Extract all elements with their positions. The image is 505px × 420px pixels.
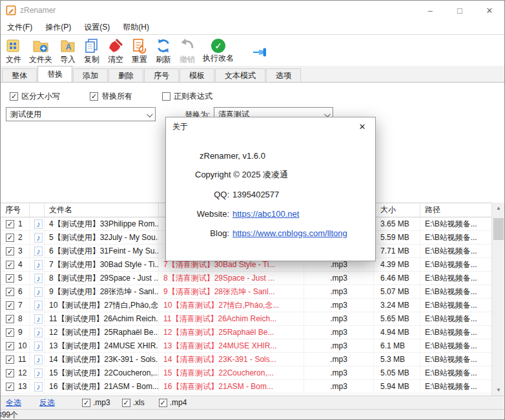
row-new-filename: 14【清喜测试】23K-391 - Sols...	[159, 353, 304, 366]
row-path: E:\B站视频备...	[420, 366, 493, 379]
minimize-button[interactable]: –	[415, 1, 445, 20]
select-all-link[interactable]: 全选	[6, 397, 21, 408]
table-row[interactable]: ✓ 12 ♪ 15【测试使用】22Coucheron,... 15【清喜测试】2…	[1, 366, 504, 380]
row-size: 3.24 MB	[374, 299, 420, 312]
row-checkbox[interactable]: ✓	[6, 274, 14, 283]
replace-all-checkbox[interactable]: ✓ 替换所有	[90, 91, 132, 102]
reset-button[interactable]: 重置	[128, 37, 151, 66]
menu-file[interactable]: 文件(F)	[1, 20, 39, 34]
table-row[interactable]: ✓ 9 ♪ 12【测试使用】25Raphaël Be... 12【清喜测试】25…	[1, 326, 504, 339]
row-path: E:\B站视频备...	[420, 258, 493, 271]
tab-delete[interactable]: 删除	[108, 68, 143, 82]
about-blog-link[interactable]: https://www.cnblogs.com/lltong	[232, 228, 347, 238]
filter-mp3-checkbox[interactable]: ✓ .mp3	[82, 398, 110, 407]
row-index: 8	[18, 314, 23, 323]
row-path: E:\B站视频备...	[420, 353, 493, 366]
row-checkbox[interactable]: ✓	[6, 220, 14, 228]
case-sensitive-checkbox[interactable]: ✓ 区分大小写	[10, 91, 60, 102]
row-checkbox[interactable]: ✓	[6, 315, 14, 323]
close-button[interactable]: ✕	[475, 1, 504, 20]
table-row[interactable]: ✓ 10 ♪ 13【测试使用】24MUSE XHIR... 13【清喜测试】24…	[1, 339, 504, 353]
refresh-button[interactable]: 刷新	[152, 37, 175, 66]
column-header-size[interactable]: 大小	[374, 203, 420, 217]
table-row[interactable]: ✓ 8 ♪ 11【测试使用】26Achim Reich... 11【清喜测试】2…	[1, 312, 504, 326]
tab-whole[interactable]: 整体	[2, 68, 37, 82]
regex-checkbox[interactable]: ✓ 正则表达式	[162, 91, 212, 102]
music-file-icon: ♪	[34, 260, 43, 270]
reset-icon	[131, 37, 148, 54]
table-row[interactable]: ✓ 7 ♪ 10【测试使用】27情白,Pháo,念... 10【清喜测试】27情…	[1, 299, 504, 312]
import-button[interactable]: A 导入	[56, 37, 79, 66]
row-extension: .mp3	[304, 366, 374, 379]
row-checkbox[interactable]: ✓	[6, 288, 14, 296]
scrollbar-thumb[interactable]	[493, 218, 504, 240]
row-extension: .mp3	[304, 299, 374, 312]
row-filename: 8【测试使用】29Space - Just ...	[45, 272, 159, 285]
toolbar: 文件 文件夹 A 导入 复制 清空 重置 刷新 撤销	[1, 35, 504, 66]
row-checkbox[interactable]: ✓	[6, 369, 14, 377]
music-file-icon: ♪	[34, 233, 43, 243]
row-extension: .mp3	[304, 272, 374, 285]
vertical-scrollbar[interactable]: ▲ ▼	[491, 203, 504, 395]
row-extension: .mp3	[304, 285, 374, 298]
pin-icon[interactable]	[252, 46, 270, 61]
column-header-filename[interactable]: 文件名	[45, 203, 159, 217]
table-row[interactable]: ✓ 5 ♪ 8【测试使用】29Space - Just ... 8【清喜测试】2…	[1, 272, 504, 285]
tab-replace[interactable]: 替换	[37, 66, 72, 82]
row-index: 12	[18, 368, 26, 377]
column-header-icon[interactable]	[30, 203, 45, 217]
dialog-title-bar: 关于 ✕	[166, 117, 375, 135]
copy-button[interactable]: 复制	[80, 37, 103, 66]
row-checkbox[interactable]: ✓	[6, 247, 14, 255]
filter-mp4-checkbox[interactable]: ✓ .mp4	[159, 398, 187, 407]
row-checkbox[interactable]: ✓	[6, 355, 14, 364]
execute-rename-button[interactable]: ✓ 执行改名	[200, 37, 237, 65]
row-checkbox[interactable]: ✓	[6, 383, 14, 391]
row-size: 4.39 MB	[374, 258, 420, 271]
table-row[interactable]: ✓ 13 ♪ 16【测试使用】21ASM - Bom... 16【清喜测试】21…	[1, 380, 504, 394]
menu-operation[interactable]: 操作(P)	[39, 20, 77, 34]
clear-button[interactable]: 清空	[104, 37, 127, 66]
row-checkbox[interactable]: ✓	[6, 234, 14, 242]
add-files-button[interactable]: 文件	[2, 37, 25, 66]
checkbox-icon: ✓	[122, 399, 130, 407]
row-checkbox[interactable]: ✓	[6, 301, 14, 310]
row-new-filename: 9【清喜测试】28张浩坤 - Sanl...	[159, 285, 304, 298]
table-row[interactable]: ✓ 6 ♪ 9【测试使用】28张浩坤 - Sanl... 9【清喜测试】28张浩…	[1, 285, 504, 299]
maximize-button[interactable]: □	[445, 1, 475, 20]
row-filename: 11【测试使用】26Achim Reich...	[45, 312, 159, 325]
menu-help[interactable]: 帮助(H)	[116, 20, 156, 34]
row-new-filename: 10【清喜测试】27情白,Pháo,念...	[159, 299, 304, 312]
tab-template[interactable]: 模板	[180, 68, 214, 82]
row-checkbox[interactable]: ✓	[6, 328, 14, 337]
column-header-index[interactable]: 序号	[1, 203, 30, 217]
row-size: 4.94 MB	[374, 326, 420, 339]
row-filename: 13【测试使用】24MUSE XHIR...	[45, 339, 159, 352]
row-path: E:\B站视频备...	[420, 312, 493, 325]
dialog-close-button[interactable]: ✕	[349, 117, 375, 135]
tab-number[interactable]: 序号	[144, 68, 179, 82]
tab-add[interactable]: 添加	[73, 68, 108, 82]
row-index: 4	[18, 260, 23, 269]
row-checkbox[interactable]: ✓	[6, 342, 14, 350]
row-size: 3.65 MB	[374, 217, 420, 230]
row-path: E:\B站视频备...	[420, 272, 493, 285]
about-website-label: Website:	[166, 209, 232, 219]
refresh-icon	[155, 37, 172, 54]
table-row[interactable]: ✓ 11 ♪ 14【测试使用】23K-391 - Sols... 14【清喜测试…	[1, 353, 504, 366]
checkbox-icon: ✓	[162, 92, 170, 101]
filter-xls-checkbox[interactable]: ✓ .xls	[122, 398, 145, 407]
invert-selection-link[interactable]: 反选	[39, 397, 55, 408]
menu-settings[interactable]: 设置(S)	[77, 20, 116, 34]
add-folder-button[interactable]: 文件夹	[26, 37, 56, 66]
scroll-down-icon[interactable]: ▼	[492, 385, 505, 395]
execute-rename-icon: ✓	[211, 39, 225, 53]
scroll-up-icon[interactable]: ▲	[492, 203, 505, 214]
column-header-path[interactable]: 路径	[420, 203, 493, 217]
search-text-combobox[interactable]: 测试使用	[6, 107, 156, 121]
row-checkbox[interactable]: ✓	[6, 261, 14, 269]
undo-button[interactable]: 撤销	[176, 37, 199, 66]
tab-text-mode[interactable]: 文本模式	[215, 68, 265, 82]
about-website-link[interactable]: https://abc100.net	[232, 209, 299, 219]
tab-options[interactable]: 选项	[266, 68, 301, 82]
